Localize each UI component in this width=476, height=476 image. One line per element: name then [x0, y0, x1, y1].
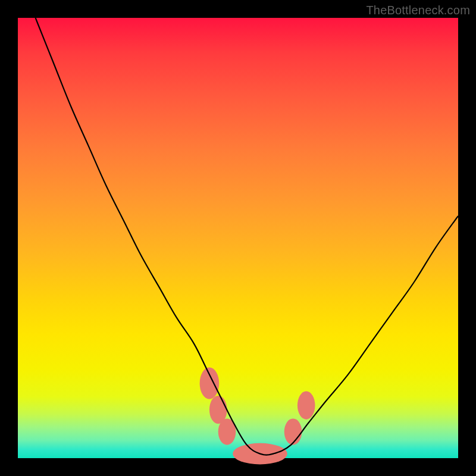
right-upper-blob	[298, 392, 315, 419]
right-lower-blob	[284, 418, 302, 444]
bottleneck-curve	[36, 18, 458, 455]
left-upper-blob	[200, 368, 220, 399]
marker-layer	[200, 368, 315, 465]
chart-svg	[18, 18, 458, 458]
watermark-text: TheBottleneck.com	[366, 4, 470, 17]
plot-area	[18, 18, 458, 458]
chart-frame: TheBottleneck.com	[0, 0, 476, 476]
